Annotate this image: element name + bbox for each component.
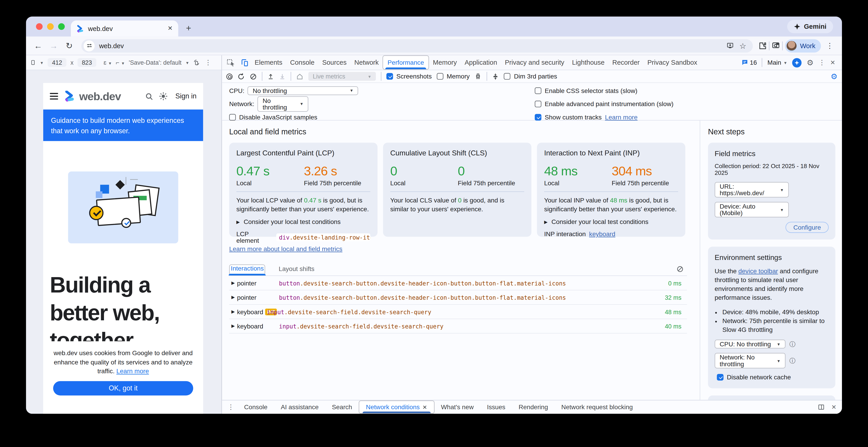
devtools-tab-privacy-security[interactable]: Privacy and security — [501, 56, 568, 70]
inp-test-conditions-expander[interactable]: ▶Consider your local test conditions — [544, 218, 678, 225]
drawer-tab-network-conditions[interactable]: Network conditions ✕ — [359, 401, 434, 414]
dock-panel-icon[interactable] — [817, 404, 825, 410]
record-and-reload-icon[interactable] — [238, 73, 245, 80]
lcp-element-chip[interactable]: div.devsite-landing-row-item-d… — [276, 234, 370, 241]
configure-button[interactable]: Configure — [785, 222, 829, 233]
profile-button[interactable]: Work — [785, 39, 821, 52]
bookmark-star-icon[interactable]: ☆ — [739, 41, 746, 50]
device-height-input[interactable]: 823 — [78, 58, 96, 67]
network-throttling-select[interactable]: No throttling▼ — [258, 96, 309, 111]
cpu-throttling-select[interactable]: No throttling▼ — [248, 86, 359, 95]
cookie-ok-button[interactable]: OK, got it — [53, 381, 193, 395]
theme-toggle-icon[interactable] — [159, 92, 167, 101]
close-tab-icon[interactable]: ✕ — [423, 404, 427, 410]
gemini-button[interactable]: Gemini — [787, 20, 833, 33]
devtools-tab-sources[interactable]: Sources — [318, 56, 350, 70]
devtools-menu-icon[interactable]: ⋮ — [819, 59, 825, 66]
download-profile-icon[interactable] — [279, 73, 285, 80]
disable-network-cache-checkbox[interactable]: Disable network cache — [717, 374, 829, 380]
chevron-down-icon[interactable]: ▼ — [40, 61, 44, 65]
promo-banner[interactable]: Guidance to build modern web experiences… — [43, 109, 203, 141]
drawer-menu-icon[interactable]: ⋮ — [227, 403, 238, 411]
tab-interactions[interactable]: Interactions — [229, 265, 265, 276]
dim-3rd-parties-checkbox[interactable]: Dim 3rd parties — [504, 73, 557, 80]
throttle-select[interactable]: ⌐ ▼ — [116, 59, 125, 66]
gemini-devtools-icon[interactable] — [792, 58, 802, 67]
home-icon[interactable] — [296, 73, 303, 80]
site-search-icon[interactable] — [145, 92, 153, 100]
custom-tracks-learn-more-link[interactable]: Learn more — [605, 113, 638, 120]
record-icon[interactable] — [226, 73, 232, 79]
hamburger-menu-icon[interactable] — [50, 93, 58, 100]
drawer-close-icon[interactable]: ✕ — [831, 404, 837, 411]
address-bar[interactable]: web.dev ☆ — [81, 39, 753, 52]
interaction-row[interactable]: ▶pointer button.devsite-search-button.de… — [229, 290, 687, 305]
paint-instrumentation-checkbox[interactable]: Enable advanced paint instrumentation (s… — [535, 99, 674, 109]
browser-menu-icon[interactable]: ⋮ — [823, 39, 837, 52]
devtools-tab-performance[interactable]: Performance — [382, 56, 429, 70]
disable-js-samples-checkbox[interactable]: Disable JavaScript samples — [229, 112, 359, 122]
interaction-row[interactable]: ▶keyboard input.devsite-search-field.dev… — [229, 319, 687, 334]
garbage-collect-icon[interactable] — [475, 73, 482, 80]
clear-icon[interactable] — [250, 73, 257, 80]
upload-profile-icon[interactable] — [267, 73, 274, 80]
devtools-tab-recorder[interactable]: Recorder — [608, 56, 643, 70]
sign-in-link[interactable]: Sign in — [176, 92, 196, 100]
interaction-row[interactable]: ▶pointer button.devsite-search-button.de… — [229, 276, 687, 290]
drawer-tab-console[interactable]: Console — [238, 401, 274, 414]
devtools-tab-memory[interactable]: Memory — [429, 56, 461, 70]
info-icon[interactable]: ⓘ — [789, 356, 796, 365]
save-data-select[interactable]: 'Save-Data': default — [129, 59, 182, 66]
screenshots-checkbox[interactable]: Screenshots — [386, 73, 432, 80]
cookie-learn-more-link[interactable]: Learn more — [116, 368, 149, 374]
memory-checkbox[interactable]: Memory — [437, 73, 470, 80]
inspect-element-icon[interactable] — [224, 58, 238, 67]
device-toolbar-link[interactable]: device toolbar — [738, 268, 778, 274]
history-select[interactable]: Live metrics▼ — [308, 72, 376, 81]
rotate-device-icon[interactable] — [193, 59, 200, 66]
tab-layout-shifts[interactable]: Layout shifts — [278, 266, 316, 276]
site-settings-icon[interactable] — [84, 40, 95, 51]
devtools-tab-application[interactable]: Application — [461, 56, 501, 70]
extensions-icon[interactable] — [758, 41, 767, 50]
url-text[interactable]: web.dev — [99, 42, 722, 49]
drawer-tab-rendering[interactable]: Rendering — [512, 401, 555, 414]
forward-button[interactable]: → — [47, 39, 60, 52]
back-button[interactable]: ← — [31, 39, 45, 52]
devtools-close-icon[interactable]: ✕ — [830, 59, 835, 66]
device-width-input[interactable]: 412 — [48, 58, 67, 67]
drawer-tab-network-request-blocking[interactable]: Network request blocking — [555, 401, 639, 414]
metrics-learn-more-link[interactable]: Learn more about local and field metrics — [229, 246, 342, 252]
chevron-down-icon[interactable]: ▼ — [185, 61, 189, 65]
drawer-tab-issues[interactable]: Issues — [480, 401, 512, 414]
device-toolbar-toggle-icon[interactable] — [238, 58, 251, 67]
devtools-tab-elements[interactable]: Elements — [251, 56, 286, 70]
devtools-tab-lighthouse[interactable]: Lighthouse — [568, 56, 609, 70]
zoom-select[interactable]: ɛ ▼ — [104, 59, 112, 66]
console-messages-button[interactable]: 16 — [741, 59, 757, 66]
field-device-select[interactable]: Device: Auto (Mobile)▼ — [715, 202, 789, 217]
devtools-tab-network[interactable]: Network — [350, 56, 382, 70]
device-toolbar-menu-icon[interactable]: ⋮ — [205, 59, 211, 66]
env-cpu-select[interactable]: CPU: No throttling▼ — [715, 340, 785, 348]
device-select-icon[interactable] — [30, 60, 36, 65]
reload-button[interactable]: ↻ — [62, 39, 76, 52]
env-network-select[interactable]: Network: No throttling▼ — [715, 353, 785, 368]
tab-close-icon[interactable]: ✕ — [167, 25, 173, 32]
inp-interaction-link[interactable]: keyboard — [589, 231, 615, 237]
info-icon[interactable]: ⓘ — [789, 340, 796, 348]
clear-log-icon[interactable] — [677, 266, 684, 273]
css-selector-stats-checkbox[interactable]: Enable CSS selector stats (slow) — [535, 86, 674, 95]
drawer-tab-search[interactable]: Search — [325, 401, 359, 414]
new-tab-button[interactable]: + — [186, 23, 191, 33]
site-brand[interactable]: web.dev — [64, 90, 139, 102]
minimize-window-button[interactable] — [47, 23, 54, 30]
browser-tab[interactable]: web.dev ✕ — [71, 20, 178, 36]
search-tabs-icon[interactable] — [772, 41, 780, 50]
devtools-settings-icon[interactable]: ⚙ — [807, 58, 814, 67]
lcp-test-conditions-expander[interactable]: ▶Consider your local test conditions — [236, 218, 370, 225]
field-url-select[interactable]: URL: https://web.dev/▼ — [715, 182, 789, 197]
drawer-tab-whats-new[interactable]: What's new — [434, 401, 480, 414]
custom-tracks-checkbox[interactable]: Show custom tracks Learn more — [535, 112, 674, 122]
context-select[interactable]: Main▼ — [768, 59, 787, 66]
